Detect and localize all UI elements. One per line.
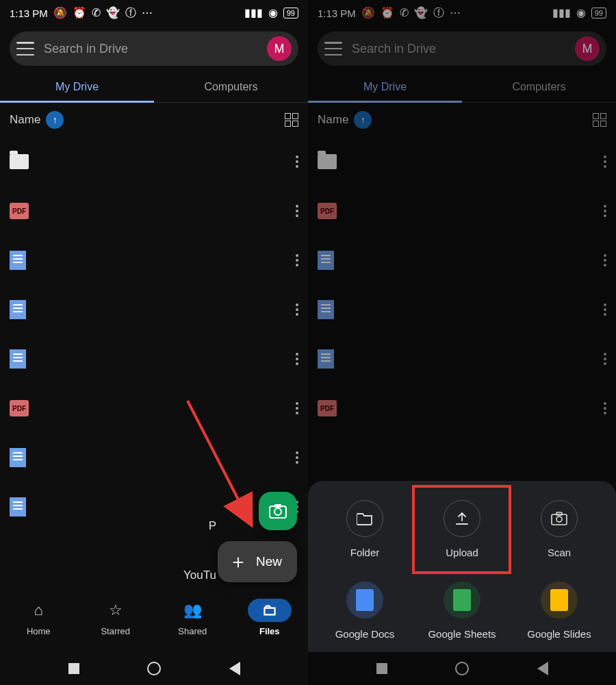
status-bar: 1:13 PM 🔕 ⏰ ✆ 👻 ⓕ ⋯ ▮▮▮ ◉ 99 xyxy=(0,0,308,26)
svg-rect-6 xyxy=(556,512,562,515)
nav-shared[interactable]: 👥 Shared xyxy=(154,599,231,652)
sort-by-name[interactable]: Name ↑ xyxy=(10,111,64,129)
new-label: New xyxy=(256,554,282,569)
recents-button[interactable] xyxy=(68,663,79,674)
nav-files[interactable]: 🗀 Files xyxy=(231,599,309,652)
sheet-google-slides[interactable]: Google Slides xyxy=(511,582,608,640)
avatar[interactable]: M xyxy=(267,36,292,61)
bottom-nav: ⌂ Home ☆ Starred 👥 Shared 🗀 Files xyxy=(0,592,308,652)
more-icon: ⋯ xyxy=(142,8,153,18)
annotation-highlight-box xyxy=(412,485,511,574)
dnd-icon: 🔕 xyxy=(53,8,67,18)
screenshot-right: 1:13 PM 🔕 ⏰ ✆ 👻 ⓕ ⋯ ▮▮▮ ◉ 99 Search in D… xyxy=(308,0,616,685)
kebab-icon[interactable] xyxy=(296,402,298,414)
pdf-icon: PDF xyxy=(10,400,29,416)
screenshot-left: 1:13 PM 🔕 ⏰ ✆ 👻 ⓕ ⋯ ▮▮▮ ◉ 99 Search in D… xyxy=(0,0,308,685)
camera-icon xyxy=(541,500,578,537)
svg-rect-2 xyxy=(274,504,281,508)
sort-label: Name xyxy=(10,113,40,127)
sort-row: Name ↑ xyxy=(0,103,308,137)
list-item[interactable] xyxy=(0,285,308,334)
folder-icon xyxy=(346,500,383,537)
kebab-icon[interactable] xyxy=(296,254,298,266)
svg-point-5 xyxy=(556,516,562,522)
snapchat-icon: 👻 xyxy=(106,8,120,18)
back-button[interactable] xyxy=(229,662,240,675)
view-grid-icon[interactable] xyxy=(285,113,298,127)
alarm-icon: ⏰ xyxy=(73,8,86,18)
list-item[interactable]: PDF xyxy=(0,186,308,236)
home-button[interactable] xyxy=(147,662,161,675)
nav-home[interactable]: ⌂ Home xyxy=(0,599,77,652)
list-item[interactable] xyxy=(0,334,308,384)
tab-computers[interactable]: Computers xyxy=(154,71,308,102)
kebab-icon[interactable] xyxy=(296,303,298,316)
sheet-folder[interactable]: Folder xyxy=(316,500,413,558)
people-icon: 👥 xyxy=(170,599,214,622)
doc-icon xyxy=(10,251,26,270)
search-placeholder: Search in Drive xyxy=(44,42,257,56)
kebab-icon[interactable] xyxy=(296,353,298,365)
signal-icon: ▮▮▮ xyxy=(244,8,263,18)
kebab-icon[interactable] xyxy=(296,155,298,168)
kebab-icon[interactable] xyxy=(296,451,298,464)
docs-icon xyxy=(346,582,383,619)
whatsapp-icon: ✆ xyxy=(92,8,101,18)
search-bar[interactable]: Search in Drive M xyxy=(10,32,298,66)
home-icon: ⌂ xyxy=(16,599,60,622)
folder-icon: 🗀 xyxy=(248,599,292,622)
list-item[interactable] xyxy=(0,137,308,186)
sheet-google-docs[interactable]: Google Docs xyxy=(316,582,413,640)
clock: 1:13 PM xyxy=(10,8,48,19)
doc-icon xyxy=(10,497,26,516)
list-item[interactable]: PDF xyxy=(0,384,308,433)
sheet-google-sheets[interactable]: Google Sheets xyxy=(413,582,511,640)
nav-starred[interactable]: ☆ Starred xyxy=(77,599,155,652)
system-nav xyxy=(0,652,308,685)
sheets-icon xyxy=(444,582,480,619)
hamburger-icon[interactable] xyxy=(16,42,34,55)
doc-icon xyxy=(10,448,26,467)
partial-filename-2: YouTu xyxy=(183,569,216,582)
wifi-icon: ◉ xyxy=(268,8,278,18)
doc-icon xyxy=(10,349,26,369)
sheet-scan[interactable]: Scan xyxy=(511,500,608,558)
svg-point-1 xyxy=(274,508,281,515)
kebab-icon[interactable] xyxy=(296,205,298,217)
plus-icon: ＋ xyxy=(229,549,248,575)
slides-icon xyxy=(541,582,578,619)
star-icon: ☆ xyxy=(94,599,138,622)
new-bottom-sheet: Folder Upload Scan Google Docs Goog xyxy=(308,481,616,652)
scan-fab[interactable] xyxy=(259,492,297,530)
tabs: My Drive Computers xyxy=(0,71,308,103)
sort-asc-icon: ↑ xyxy=(46,111,64,129)
pdf-icon: PDF xyxy=(10,203,29,219)
list-item[interactable] xyxy=(0,433,308,482)
battery-icon: 99 xyxy=(283,8,298,18)
facebook-icon: ⓕ xyxy=(125,8,136,18)
tab-my-drive[interactable]: My Drive xyxy=(0,71,154,102)
doc-icon xyxy=(10,300,26,319)
list-item[interactable] xyxy=(0,236,308,285)
new-fab[interactable]: ＋ New xyxy=(218,541,297,582)
folder-icon xyxy=(10,154,29,169)
partial-filename-1: P xyxy=(209,519,216,533)
